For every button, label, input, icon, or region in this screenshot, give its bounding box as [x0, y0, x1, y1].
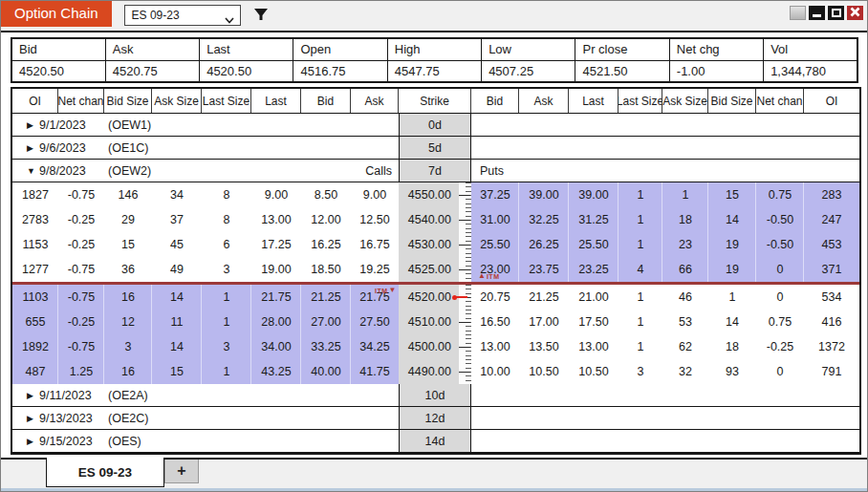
price-cell[interactable]: 1103 [12, 285, 58, 310]
price-cell[interactable]: 453 [804, 232, 859, 257]
price-cell[interactable]: 3 [202, 334, 251, 359]
price-cell[interactable]: 21.25 [301, 285, 351, 310]
price-cell[interactable]: 66 [662, 257, 708, 282]
price-cell[interactable]: 2783 [12, 207, 58, 232]
price-cell[interactable]: 16 [104, 285, 152, 310]
price-cell[interactable]: 13.00 [569, 334, 618, 359]
price-cell[interactable]: 20.75 [471, 285, 519, 310]
expiration-row[interactable]: ▶9/1/2023(OEW1)0d [12, 114, 859, 137]
price-cell[interactable]: 4 [618, 257, 662, 282]
price-cell[interactable]: 15 [104, 232, 152, 257]
price-cell[interactable]: 40.00 [301, 359, 351, 384]
price-cell[interactable]: 17.50 [569, 310, 618, 334]
price-cell[interactable]: 34.00 [251, 334, 301, 359]
price-cell[interactable]: 3 [618, 359, 662, 384]
price-cell[interactable]: 32.25 [519, 207, 569, 232]
price-cell[interactable]: 15 [708, 182, 756, 207]
maximize-button[interactable] [828, 6, 844, 20]
price-cell[interactable]: 1372 [804, 334, 859, 359]
price-cell[interactable]: 45 [152, 232, 202, 257]
price-cell[interactable]: 34 [152, 182, 202, 207]
price-cell[interactable]: 1 [662, 182, 708, 207]
price-cell[interactable]: 416 [804, 310, 859, 334]
price-cell[interactable]: 534 [804, 285, 859, 310]
price-cell[interactable]: 26.25 [519, 232, 569, 257]
price-cell[interactable]: 1277 [12, 257, 58, 282]
price-cell[interactable]: 93 [708, 359, 756, 384]
expand-arrow-icon[interactable]: ▶ [27, 120, 39, 130]
price-cell[interactable]: -0.25 [58, 310, 104, 334]
price-cell[interactable]: 283 [804, 182, 859, 207]
window-options-button[interactable] [790, 6, 806, 20]
price-cell[interactable]: 1 [618, 310, 662, 334]
price-cell[interactable]: 53 [662, 310, 708, 334]
price-cell[interactable]: 31.00 [471, 207, 519, 232]
price-cell[interactable]: 33.25 [301, 334, 351, 359]
price-cell[interactable]: 13.00 [471, 334, 519, 359]
price-cell[interactable]: 37.25 [471, 182, 519, 207]
price-cell[interactable]: -0.25 [58, 207, 104, 232]
price-cell[interactable]: 19.25 [351, 257, 399, 282]
price-cell[interactable]: 43.25 [251, 359, 301, 384]
price-cell[interactable]: 1 [618, 285, 662, 310]
price-cell[interactable]: 1 [708, 285, 756, 310]
price-cell[interactable]: 16.50 [471, 310, 519, 334]
expand-arrow-icon[interactable]: ▶ [27, 437, 39, 446]
price-cell[interactable]: 41.75 [351, 359, 399, 384]
expiration-row[interactable]: ▶9/6/2023(OE1C)5d [12, 137, 859, 160]
price-cell[interactable]: -0.50 [756, 232, 804, 257]
price-cell[interactable]: 0.75 [756, 310, 804, 334]
price-cell[interactable]: 8 [202, 182, 251, 207]
expand-arrow-icon[interactable]: ▶ [27, 414, 39, 423]
price-cell[interactable]: 0 [756, 359, 804, 384]
price-cell[interactable]: 25.50 [569, 232, 618, 257]
expiration-row[interactable]: ▶9/11/2023(OE2A)10d [12, 384, 859, 407]
expiration-row[interactable]: ▶9/15/2023(OES)14d [12, 430, 859, 453]
price-cell[interactable]: 19 [708, 257, 756, 282]
price-cell[interactable]: 17.00 [519, 310, 569, 334]
tab-es-09-23[interactable]: ES 09-23 [46, 458, 164, 487]
price-cell[interactable]: 1 [618, 207, 662, 232]
price-cell[interactable]: 10.50 [569, 359, 618, 384]
price-cell[interactable]: 9.00 [251, 182, 301, 207]
price-cell[interactable]: 1 [202, 359, 251, 384]
price-cell[interactable]: -0.75 [58, 334, 104, 359]
price-cell[interactable]: 23.75 [519, 257, 569, 282]
price-cell[interactable]: 3 [104, 334, 152, 359]
price-cell[interactable]: 31.25 [569, 207, 618, 232]
price-cell[interactable]: -0.25 [58, 232, 104, 257]
price-cell[interactable]: 28.00 [251, 310, 301, 334]
price-cell[interactable]: 1 [618, 334, 662, 359]
window-title[interactable]: Option Chain [1, 1, 112, 27]
price-cell[interactable]: 14 [708, 207, 756, 232]
price-cell[interactable]: 17.25 [251, 232, 301, 257]
price-cell[interactable]: 37 [152, 207, 202, 232]
price-cell[interactable]: 9.00 [351, 182, 399, 207]
price-cell[interactable]: 1892 [12, 334, 58, 359]
price-cell[interactable]: 62 [662, 334, 708, 359]
price-cell[interactable]: -0.75 [58, 285, 104, 310]
price-cell[interactable]: 146 [104, 182, 152, 207]
price-cell[interactable]: 12.00 [301, 207, 351, 232]
price-cell[interactable]: 0 [756, 285, 804, 310]
price-cell[interactable]: 8.50 [301, 182, 351, 207]
price-cell[interactable]: 1153 [12, 232, 58, 257]
close-button[interactable] [847, 6, 863, 20]
expiration-row[interactable]: ▼9/8/2023(OEW2)Calls7dPuts [12, 160, 859, 182]
price-cell[interactable]: 1 [202, 310, 251, 334]
price-cell[interactable]: 791 [804, 359, 859, 384]
price-cell[interactable]: 27.50 [351, 310, 399, 334]
price-cell[interactable]: 16 [104, 359, 152, 384]
price-cell[interactable]: 49 [152, 257, 202, 282]
minimize-button[interactable] [809, 6, 825, 20]
price-cell[interactable]: 10.50 [519, 359, 569, 384]
price-cell[interactable]: 46 [662, 285, 708, 310]
price-cell[interactable]: 1827 [12, 182, 58, 207]
price-cell[interactable]: 36 [104, 257, 152, 282]
instrument-dropdown[interactable]: ES 09-23 [124, 5, 241, 26]
price-cell[interactable]: 23.25 [569, 257, 618, 282]
price-cell[interactable]: 8 [202, 207, 251, 232]
price-cell[interactable]: 34.25 [351, 334, 399, 359]
collapse-arrow-icon[interactable]: ▼ [27, 166, 39, 176]
price-cell[interactable]: 13.00 [251, 207, 301, 232]
